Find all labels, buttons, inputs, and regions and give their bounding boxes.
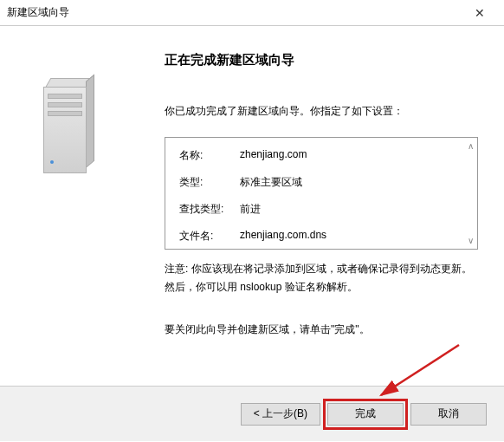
scroll-down-icon[interactable]: ∨ xyxy=(468,236,474,245)
scroll-up-icon[interactable]: ∧ xyxy=(468,141,474,151)
settings-label: 名称: xyxy=(179,148,240,163)
settings-value: 前进 xyxy=(240,202,463,217)
left-panel xyxy=(0,26,165,386)
titlebar: 新建区域向导 ✕ xyxy=(0,0,504,26)
settings-row: 查找类型: 前进 xyxy=(179,202,463,217)
right-panel: 正在完成新建区域向导 你已成功完成了新建区域向导。你指定了如下设置： ∧ 名称:… xyxy=(165,26,504,386)
settings-value: 标准主要区域 xyxy=(240,175,463,190)
settings-row: 名称: zhenjiang.com xyxy=(179,148,463,163)
server-icon xyxy=(43,78,95,173)
note-text: 注意: 你应该现在将记录添加到区域，或者确保记录得到动态更新。然后，你可以用 n… xyxy=(165,260,478,296)
cancel-button[interactable]: 取消 xyxy=(410,403,487,426)
window-title: 新建区域向导 xyxy=(7,5,462,20)
button-row: < 上一步(B) 完成 取消 xyxy=(0,386,504,441)
settings-value: zhenjiang.com.dns xyxy=(240,229,463,244)
settings-label: 类型: xyxy=(179,175,240,190)
page-heading: 正在完成新建区域向导 xyxy=(165,52,478,68)
close-button[interactable]: ✕ xyxy=(462,1,497,25)
settings-row: 文件名: zhenjiang.com.dns xyxy=(179,229,463,244)
settings-label: 文件名: xyxy=(179,229,240,244)
intro-text: 你已成功完成了新建区域向导。你指定了如下设置： xyxy=(165,103,478,120)
finish-button[interactable]: 完成 xyxy=(327,403,404,426)
content-area: 正在完成新建区域向导 你已成功完成了新建区域向导。你指定了如下设置： ∧ 名称:… xyxy=(0,26,504,386)
settings-label: 查找类型: xyxy=(179,202,240,217)
settings-value: zhenjiang.com xyxy=(240,148,463,163)
settings-box: ∧ 名称: zhenjiang.com 类型: 标准主要区域 查找类型: 前进 … xyxy=(165,137,478,250)
back-button[interactable]: < 上一步(B) xyxy=(241,403,320,426)
settings-row: 类型: 标准主要区域 xyxy=(179,175,463,190)
close-icon: ✕ xyxy=(475,6,485,20)
final-text: 要关闭此向导并创建新区域，请单击"完成"。 xyxy=(165,322,478,338)
